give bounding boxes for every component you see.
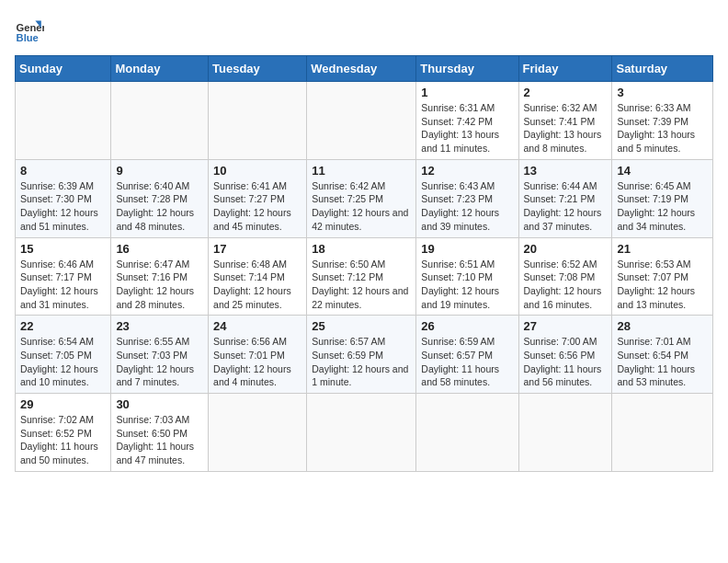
calendar-cell <box>307 82 416 160</box>
day-number: 18 <box>312 242 411 256</box>
svg-text:Blue: Blue <box>17 32 39 43</box>
calendar-cell <box>612 394 713 472</box>
calendar-cell: 9Sunrise: 6:40 AMSunset: 7:28 PMDaylight… <box>111 159 209 237</box>
day-info: Sunrise: 6:51 AMSunset: 7:10 PMDaylight:… <box>421 258 513 312</box>
calendar-cell: 23Sunrise: 6:55 AMSunset: 7:03 PMDayligh… <box>111 316 209 394</box>
calendar-cell: 18Sunrise: 6:50 AMSunset: 7:12 PMDayligh… <box>307 237 416 316</box>
calendar-cell: 28Sunrise: 7:01 AMSunset: 6:54 PMDayligh… <box>612 316 713 394</box>
calendar-week-row: 15Sunrise: 6:46 AMSunset: 7:17 PMDayligh… <box>16 237 713 316</box>
logo: General Blue <box>15 15 44 44</box>
calendar-week-row: 29Sunrise: 7:02 AMSunset: 6:52 PMDayligh… <box>16 394 713 472</box>
logo-icon: General Blue <box>15 15 44 44</box>
day-info: Sunrise: 6:31 AMSunset: 7:42 PMDaylight:… <box>421 101 513 155</box>
day-header-thursday: Thursday <box>416 56 518 82</box>
day-info: Sunrise: 6:54 AMSunset: 7:05 PMDaylight:… <box>20 335 106 389</box>
day-number: 20 <box>524 242 608 256</box>
calendar-cell <box>209 394 307 472</box>
day-info: Sunrise: 7:00 AMSunset: 6:56 PMDaylight:… <box>524 335 608 389</box>
day-header-friday: Friday <box>518 56 612 82</box>
calendar-cell: 1Sunrise: 6:31 AMSunset: 7:42 PMDaylight… <box>416 82 518 160</box>
calendar-cell: 22Sunrise: 6:54 AMSunset: 7:05 PMDayligh… <box>16 316 111 394</box>
day-number: 3 <box>617 86 708 99</box>
day-number: 30 <box>116 397 203 411</box>
calendar-cell: 15Sunrise: 6:46 AMSunset: 7:17 PMDayligh… <box>16 237 111 316</box>
calendar-cell: 14Sunrise: 6:45 AMSunset: 7:19 PMDayligh… <box>612 159 713 237</box>
calendar-cell: 10Sunrise: 6:41 AMSunset: 7:27 PMDayligh… <box>209 159 307 237</box>
day-number: 8 <box>20 164 106 178</box>
day-info: Sunrise: 7:02 AMSunset: 6:52 PMDaylight:… <box>20 413 106 467</box>
day-info: Sunrise: 6:32 AMSunset: 7:41 PMDaylight:… <box>524 101 608 155</box>
calendar-cell: 8Sunrise: 6:39 AMSunset: 7:30 PMDaylight… <box>16 159 111 237</box>
calendar-header-row: SundayMondayTuesdayWednesdayThursdayFrid… <box>16 56 713 82</box>
day-header-sunday: Sunday <box>16 56 111 82</box>
day-number: 17 <box>213 242 301 256</box>
day-number: 14 <box>617 164 708 178</box>
day-info: Sunrise: 6:48 AMSunset: 7:14 PMDaylight:… <box>213 258 301 312</box>
day-info: Sunrise: 6:42 AMSunset: 7:25 PMDaylight:… <box>312 179 411 234</box>
day-number: 10 <box>213 164 301 178</box>
calendar-week-row: 8Sunrise: 6:39 AMSunset: 7:30 PMDaylight… <box>16 159 713 237</box>
calendar-cell: 2Sunrise: 6:32 AMSunset: 7:41 PMDaylight… <box>518 82 612 160</box>
day-number: 13 <box>524 164 608 178</box>
calendar-cell <box>307 394 416 472</box>
calendar-cell: 21Sunrise: 6:53 AMSunset: 7:07 PMDayligh… <box>612 237 713 316</box>
day-number: 1 <box>421 86 513 99</box>
calendar-cell: 24Sunrise: 6:56 AMSunset: 7:01 PMDayligh… <box>209 316 307 394</box>
day-number: 26 <box>421 319 513 333</box>
day-number: 29 <box>20 397 106 411</box>
calendar-cell <box>16 82 111 160</box>
day-number: 24 <box>213 319 301 333</box>
day-number: 28 <box>617 319 708 333</box>
calendar-week-row: 22Sunrise: 6:54 AMSunset: 7:05 PMDayligh… <box>16 316 713 394</box>
page-header: General Blue <box>15 15 713 44</box>
day-info: Sunrise: 6:41 AMSunset: 7:27 PMDaylight:… <box>213 179 301 234</box>
day-number: 16 <box>116 242 203 256</box>
day-number: 21 <box>617 242 708 256</box>
calendar-cell: 25Sunrise: 6:57 AMSunset: 6:59 PMDayligh… <box>307 316 416 394</box>
calendar-cell: 17Sunrise: 6:48 AMSunset: 7:14 PMDayligh… <box>209 237 307 316</box>
day-number: 27 <box>524 319 608 333</box>
day-header-monday: Monday <box>111 56 209 82</box>
day-number: 2 <box>524 86 608 99</box>
day-header-saturday: Saturday <box>612 56 713 82</box>
day-info: Sunrise: 7:03 AMSunset: 6:50 PMDaylight:… <box>116 413 203 467</box>
day-info: Sunrise: 6:59 AMSunset: 6:57 PMDaylight:… <box>421 335 513 389</box>
day-number: 23 <box>116 319 203 333</box>
calendar-cell: 26Sunrise: 6:59 AMSunset: 6:57 PMDayligh… <box>416 316 518 394</box>
day-info: Sunrise: 6:56 AMSunset: 7:01 PMDaylight:… <box>213 335 301 389</box>
day-number: 19 <box>421 242 513 256</box>
calendar-cell: 27Sunrise: 7:00 AMSunset: 6:56 PMDayligh… <box>518 316 612 394</box>
day-info: Sunrise: 6:55 AMSunset: 7:03 PMDaylight:… <box>116 335 203 389</box>
day-info: Sunrise: 6:39 AMSunset: 7:30 PMDaylight:… <box>20 179 106 234</box>
day-number: 25 <box>312 319 411 333</box>
day-info: Sunrise: 7:01 AMSunset: 6:54 PMDaylight:… <box>617 335 708 389</box>
calendar-cell <box>416 394 518 472</box>
day-info: Sunrise: 6:44 AMSunset: 7:21 PMDaylight:… <box>524 179 608 234</box>
calendar-cell <box>111 82 209 160</box>
calendar-cell: 16Sunrise: 6:47 AMSunset: 7:16 PMDayligh… <box>111 237 209 316</box>
calendar-cell: 11Sunrise: 6:42 AMSunset: 7:25 PMDayligh… <box>307 159 416 237</box>
day-number: 9 <box>116 164 203 178</box>
calendar-cell <box>518 394 612 472</box>
day-header-wednesday: Wednesday <box>307 56 416 82</box>
calendar-cell: 20Sunrise: 6:52 AMSunset: 7:08 PMDayligh… <box>518 237 612 316</box>
day-info: Sunrise: 6:47 AMSunset: 7:16 PMDaylight:… <box>116 258 203 312</box>
day-header-tuesday: Tuesday <box>209 56 307 82</box>
day-info: Sunrise: 6:45 AMSunset: 7:19 PMDaylight:… <box>617 179 708 234</box>
calendar-cell: 12Sunrise: 6:43 AMSunset: 7:23 PMDayligh… <box>416 159 518 237</box>
calendar-cell: 19Sunrise: 6:51 AMSunset: 7:10 PMDayligh… <box>416 237 518 316</box>
day-number: 11 <box>312 164 411 178</box>
day-info: Sunrise: 6:52 AMSunset: 7:08 PMDaylight:… <box>524 258 608 312</box>
day-info: Sunrise: 6:43 AMSunset: 7:23 PMDaylight:… <box>421 179 513 234</box>
calendar-cell: 30Sunrise: 7:03 AMSunset: 6:50 PMDayligh… <box>111 394 209 472</box>
calendar-table: SundayMondayTuesdayWednesdayThursdayFrid… <box>15 55 713 472</box>
day-info: Sunrise: 6:33 AMSunset: 7:39 PMDaylight:… <box>617 101 708 155</box>
calendar-cell <box>209 82 307 160</box>
calendar-cell: 29Sunrise: 7:02 AMSunset: 6:52 PMDayligh… <box>16 394 111 472</box>
day-number: 15 <box>20 242 106 256</box>
calendar-cell: 13Sunrise: 6:44 AMSunset: 7:21 PMDayligh… <box>518 159 612 237</box>
day-number: 22 <box>20 319 106 333</box>
day-info: Sunrise: 6:53 AMSunset: 7:07 PMDaylight:… <box>617 258 708 312</box>
day-info: Sunrise: 6:57 AMSunset: 6:59 PMDaylight:… <box>312 335 411 389</box>
day-info: Sunrise: 6:50 AMSunset: 7:12 PMDaylight:… <box>312 258 411 312</box>
